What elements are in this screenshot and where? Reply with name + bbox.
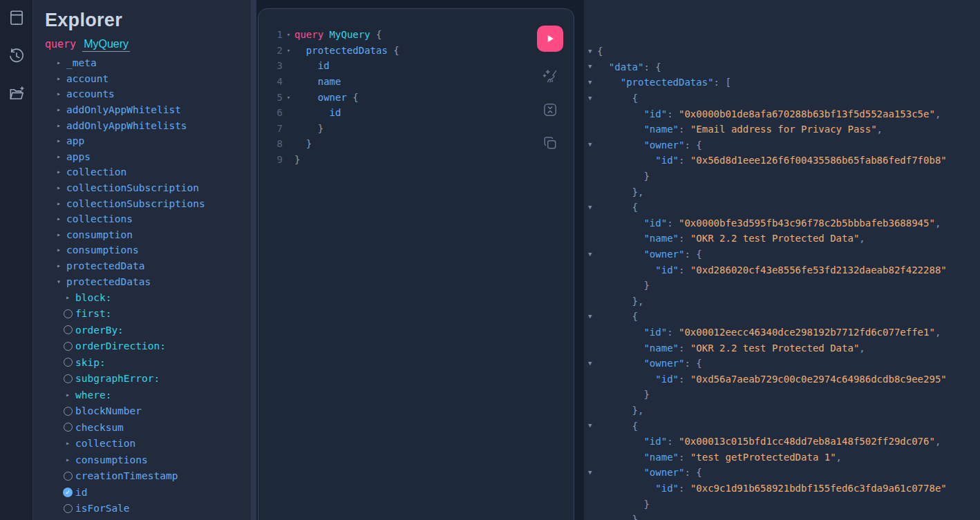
chevron-right-icon[interactable]: ▸ xyxy=(57,122,61,129)
chevron-right-icon[interactable]: ▸ xyxy=(66,440,70,447)
token-key: "id" xyxy=(643,218,667,229)
radio-circle-icon[interactable] xyxy=(64,358,73,367)
radio-circle-icon[interactable] xyxy=(64,374,73,383)
explorer-item-blockNumber[interactable]: blockNumber xyxy=(45,403,251,419)
query-editor[interactable]: 1▾query MyQuery {2▾ protectedDatas {3 id… xyxy=(258,8,574,520)
fold-arrow-icon[interactable]: ▼ xyxy=(587,423,597,429)
fold-arrow-icon[interactable]: ▼ xyxy=(587,251,597,258)
explorer-item-account[interactable]: ▸account xyxy=(45,71,251,87)
explorer-item-protectedData[interactable]: ▸protectedData xyxy=(45,258,251,274)
explorer-item-apps[interactable]: ▸apps xyxy=(45,149,251,165)
radio-circle-icon[interactable] xyxy=(64,504,73,513)
explorer-item-checksum[interactable]: checksum xyxy=(45,419,251,436)
radio-circle-icon[interactable] xyxy=(64,342,73,351)
explorer-item-protectedDatas[interactable]: ▾protectedDatas xyxy=(45,273,251,289)
prettify-icon[interactable] xyxy=(542,68,558,85)
tree-label: addOnlyAppWhitelist xyxy=(66,104,181,115)
tree-control: ▸ xyxy=(63,440,73,447)
chevron-right-icon[interactable]: ▸ xyxy=(57,90,61,97)
explorer-item-addOnlyAppWhitelist[interactable]: ▸addOnlyAppWhitelist xyxy=(45,102,251,118)
explorer-item-skip[interactable]: skip: xyxy=(45,354,251,371)
explorer-item-first[interactable]: first: xyxy=(45,305,251,322)
chevron-right-icon[interactable]: ▸ xyxy=(66,294,70,301)
chevron-right-icon[interactable]: ▸ xyxy=(57,137,61,144)
fold-arrow-icon[interactable]: ▼ xyxy=(587,204,597,211)
radio-circle-icon[interactable] xyxy=(64,325,73,334)
chevron-right-icon[interactable]: ▸ xyxy=(57,153,61,160)
fold-arrow-icon[interactable]: ▼ xyxy=(587,142,597,148)
explorer-item-app[interactable]: ▸app xyxy=(45,133,251,149)
explorer-item-consumptions[interactable]: ▸consumptions xyxy=(45,452,251,468)
response-line: ▼ { xyxy=(587,418,980,434)
chevron-right-icon[interactable]: ▸ xyxy=(57,106,61,113)
tree-control xyxy=(63,504,73,513)
fold-arrow-icon[interactable]: ▼ xyxy=(587,470,597,476)
explorer-item-collection[interactable]: ▸collection xyxy=(45,164,251,180)
fold-arrow-icon[interactable]: ▾ xyxy=(283,47,294,54)
tree-control xyxy=(63,309,73,318)
chevron-down-icon[interactable]: ▾ xyxy=(57,278,61,285)
explorer-item-collectionSubscriptions[interactable]: ▸collectionSubscriptions xyxy=(45,195,251,211)
tree-label: where: xyxy=(75,389,111,401)
fold-arrow-icon[interactable]: ▾ xyxy=(283,94,294,101)
operation-name-input[interactable]: MyQuery xyxy=(82,38,130,52)
radio-circle-icon[interactable] xyxy=(64,407,73,416)
radio-circle-icon[interactable] xyxy=(64,423,73,432)
tree-control xyxy=(63,325,73,334)
pane-resize-handle[interactable] xyxy=(251,0,256,520)
explorer-item-where[interactable]: ▸where: xyxy=(45,387,251,403)
response-line: "id": "0xd286020cf43e8556fe53fd2132daeab… xyxy=(587,262,980,278)
explorer-item-_meta[interactable]: ▸_meta xyxy=(45,55,251,71)
chevron-right-icon[interactable]: ▸ xyxy=(57,215,61,222)
chevron-right-icon[interactable]: ▸ xyxy=(57,247,61,253)
chevron-right-icon[interactable]: ▸ xyxy=(57,168,61,175)
operation-keyword: query xyxy=(45,38,76,50)
merge-fragments-icon[interactable] xyxy=(542,102,558,118)
explorer-item-orderBy[interactable]: orderBy: xyxy=(45,322,251,338)
code-text: } xyxy=(294,154,300,165)
token-str: "Email address for Privacy Pass" xyxy=(690,124,877,135)
explorer-item-id[interactable]: ✓id xyxy=(45,484,251,501)
fold-arrow-icon[interactable]: ▼ xyxy=(587,314,597,320)
folder-plus-icon[interactable] xyxy=(8,85,26,103)
explorer-item-collectionSubscription[interactable]: ▸collectionSubscription xyxy=(45,180,251,196)
explorer-item-accounts[interactable]: ▸accounts xyxy=(45,86,251,102)
explorer-item-addOnlyAppWhitelists[interactable]: ▸addOnlyAppWhitelists xyxy=(45,117,251,133)
explorer-item-consumptions[interactable]: ▸consumptions xyxy=(45,242,251,258)
explorer-item-isForSale[interactable]: isForSale xyxy=(45,500,251,517)
chevron-right-icon[interactable]: ▸ xyxy=(57,200,61,207)
tree-control: ▸ xyxy=(54,168,64,175)
checked-circle-icon[interactable]: ✓ xyxy=(63,488,73,497)
chevron-right-icon[interactable]: ▸ xyxy=(66,456,70,463)
explorer-item-collection[interactable]: ▸collection xyxy=(45,435,251,452)
history-icon[interactable] xyxy=(8,47,26,65)
explorer-item-orderDirection[interactable]: orderDirection: xyxy=(45,338,251,354)
copy-query-icon[interactable] xyxy=(542,135,558,151)
explorer-item-creationTimestamp[interactable]: creationTimestamp xyxy=(45,468,251,484)
chevron-right-icon[interactable]: ▸ xyxy=(57,231,61,238)
editor-toolbar xyxy=(537,26,563,151)
radio-circle-icon[interactable] xyxy=(64,472,73,481)
token-field: id xyxy=(318,60,330,71)
chevron-right-icon[interactable]: ▸ xyxy=(66,392,70,398)
explorer-item-subgraphError[interactable]: subgraphError: xyxy=(45,370,251,387)
explorer-item-block[interactable]: ▸block: xyxy=(45,289,251,306)
fold-arrow-icon[interactable]: ▼ xyxy=(587,48,597,55)
token-punc: { xyxy=(388,45,399,56)
query-editor-lines[interactable]: 1▾query MyQuery {2▾ protectedDatas {3 id… xyxy=(258,27,574,167)
chevron-right-icon[interactable]: ▸ xyxy=(57,75,61,82)
explorer-item-collections[interactable]: ▸collections xyxy=(45,211,251,227)
fold-arrow-icon[interactable]: ▾ xyxy=(283,31,294,38)
chevron-right-icon[interactable]: ▸ xyxy=(57,184,61,191)
fold-arrow-icon[interactable]: ▼ xyxy=(587,95,597,102)
chevron-right-icon[interactable]: ▸ xyxy=(57,59,61,66)
execute-query-button[interactable] xyxy=(537,26,563,52)
fold-arrow-icon[interactable]: ▼ xyxy=(587,79,597,86)
fold-arrow-icon[interactable]: ▼ xyxy=(587,360,597,367)
explorer-item-consumption[interactable]: ▸consumption xyxy=(45,227,251,243)
token-punc xyxy=(597,452,643,463)
chevron-right-icon[interactable]: ▸ xyxy=(57,262,61,269)
fold-arrow-icon[interactable]: ▼ xyxy=(587,64,597,70)
docs-icon[interactable] xyxy=(8,9,26,27)
radio-circle-icon[interactable] xyxy=(64,309,73,318)
